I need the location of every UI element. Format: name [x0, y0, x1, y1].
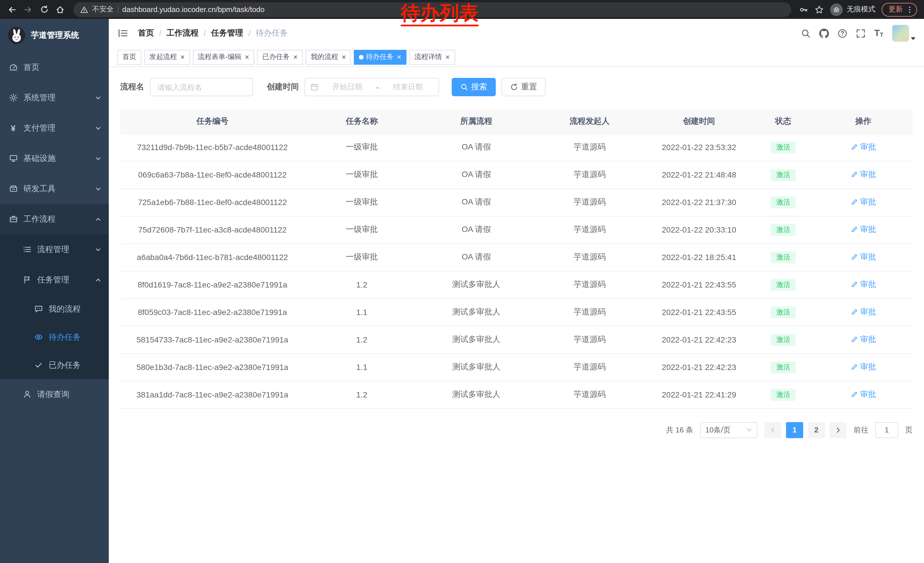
range-separator: -: [376, 83, 379, 92]
page-button-1[interactable]: 1: [786, 422, 803, 438]
sidebar-item-workflow[interactable]: 工作流程: [0, 204, 109, 234]
close-icon[interactable]: ×: [245, 53, 249, 61]
update-menu-button[interactable]: 更新: [882, 3, 917, 17]
bookmark-star-icon[interactable]: [814, 5, 824, 14]
forward-icon: [24, 5, 33, 14]
cell-task-name: 1.2: [304, 271, 419, 299]
tab-start-process[interactable]: 发起流程×: [144, 50, 190, 65]
process-name-input[interactable]: [150, 78, 253, 96]
cell-process: 测试多审批人: [419, 271, 534, 299]
refresh-button[interactable]: [37, 2, 51, 17]
tab-done-tasks[interactable]: 已办任务×: [257, 50, 303, 65]
prev-page-button[interactable]: [764, 422, 782, 438]
sidebar-item-done-tasks[interactable]: 已办任务: [0, 351, 109, 379]
page-size-select[interactable]: 10条/页: [700, 422, 758, 438]
sidebar-item-my-process[interactable]: 我的流程: [0, 295, 109, 323]
close-icon[interactable]: ×: [446, 53, 450, 61]
page-button-2[interactable]: 2: [808, 422, 825, 438]
dashboard-icon: [8, 63, 18, 72]
cell-action: 审批: [814, 353, 912, 381]
cell-process: 测试多审批人: [419, 353, 534, 381]
caret-down-icon: [911, 37, 915, 40]
reset-button[interactable]: 重置: [501, 78, 546, 96]
sidebar-item-payment[interactable]: ¥ 支付管理: [0, 113, 109, 143]
approve-link[interactable]: 审批: [850, 142, 876, 152]
approve-link[interactable]: 审批: [850, 389, 876, 400]
tab-process-detail[interactable]: 流程详情×: [410, 50, 455, 65]
breadcrumb-current: 待办任务: [256, 28, 288, 38]
close-icon[interactable]: ×: [293, 53, 297, 61]
approve-link[interactable]: 审批: [850, 307, 876, 317]
help-icon[interactable]: [837, 29, 847, 38]
table-row: 8f0d1619-7ac8-11ec-a9e2-a2380e71991a 1.2…: [120, 271, 912, 299]
tab-home[interactable]: 首页: [117, 50, 141, 65]
annotation-label: 待办列表: [401, 2, 478, 26]
sidebar-item-home[interactable]: 首页: [0, 52, 109, 83]
breadcrumb-task-mgmt[interactable]: 任务管理: [211, 28, 243, 38]
approve-link[interactable]: 审批: [850, 225, 876, 235]
sidebar-item-infrastructure[interactable]: 基础设施: [0, 143, 109, 174]
user-menu[interactable]: [892, 25, 915, 42]
close-icon[interactable]: ×: [180, 53, 184, 61]
col-task-id: 任务编号: [120, 110, 304, 134]
approve-link[interactable]: 审批: [850, 170, 876, 180]
chevron-down-icon: [95, 95, 101, 101]
url-text: dashboard.yudao.iocoder.cn/bpm/task/todo: [122, 5, 264, 14]
sidebar-item-label: 任务管理: [37, 275, 101, 285]
cell-task-id: 580e1b3d-7ac8-11ec-a9e2-a2380e71991a: [120, 353, 304, 381]
sidebar-item-system[interactable]: 系统管理: [0, 83, 109, 113]
status-badge: 激活: [771, 279, 796, 291]
edit-icon: [850, 336, 858, 343]
next-page-button[interactable]: [830, 422, 847, 438]
cell-process: OA 请假: [419, 134, 534, 161]
sidebar-item-leave-query[interactable]: 请假查询: [0, 379, 109, 410]
sidebar-item-label: 工作流程: [24, 214, 101, 224]
fullscreen-icon[interactable]: [856, 29, 866, 38]
status-badge: 激活: [771, 306, 796, 318]
pagination: 共 16 条 10条/页 1 2 前往 页: [120, 422, 912, 455]
app-logo-row[interactable]: 芋道管理系统: [0, 19, 109, 52]
tab-my-process[interactable]: 我的流程×: [306, 50, 351, 65]
hamburger-button[interactable]: [117, 27, 129, 39]
status-badge: 激活: [771, 333, 796, 346]
cell-created: 2022-01-22 21:48:48: [646, 161, 752, 188]
tab-form-edit[interactable]: 流程表单-编辑×: [193, 50, 254, 65]
page-buttons: 1 2: [764, 422, 847, 438]
sidebar-item-devtools[interactable]: 研发工具: [0, 174, 109, 204]
breadcrumb-separator: /: [204, 29, 206, 38]
breadcrumb-home[interactable]: 首页: [138, 28, 154, 38]
page-content: 流程名 创建时间 开始日期 - 结束日期 搜索 重: [109, 67, 924, 563]
font-size-icon[interactable]: TT: [874, 29, 884, 38]
cell-task-name: 一级审批: [304, 134, 419, 161]
back-icon: [8, 5, 16, 14]
tab-todo-tasks[interactable]: 待办任务×: [354, 50, 406, 65]
approve-link[interactable]: 审批: [850, 362, 876, 372]
search-button[interactable]: 搜索: [452, 78, 496, 96]
goto-page-input[interactable]: [875, 422, 898, 438]
key-icon[interactable]: [799, 5, 808, 14]
search-icon[interactable]: [801, 29, 811, 38]
approve-link[interactable]: 审批: [850, 252, 876, 262]
cell-action: 审批: [814, 216, 912, 243]
screen: 不安全 dashboard.yudao.iocoder.cn/bpm/task/…: [0, 0, 924, 563]
sidebar-item-process-mgmt[interactable]: 流程管理: [0, 234, 109, 264]
approve-link[interactable]: 审批: [850, 279, 876, 290]
edit-icon: [850, 308, 858, 316]
back-button[interactable]: [4, 2, 20, 17]
start-date-placeholder: 开始日期: [322, 82, 373, 92]
cell-action: 审批: [814, 161, 912, 188]
github-icon[interactable]: [819, 29, 829, 38]
forward-button[interactable]: [21, 2, 36, 17]
cell-task-name: 一级审批: [304, 161, 419, 188]
sidebar-item-task-mgmt[interactable]: 任务管理: [0, 264, 109, 295]
home-button[interactable]: [52, 2, 68, 17]
sidebar-item-todo-tasks[interactable]: 待办任务: [0, 323, 109, 351]
close-icon[interactable]: ×: [397, 53, 401, 61]
close-icon[interactable]: ×: [342, 53, 346, 61]
date-range-picker[interactable]: 开始日期 - 结束日期: [304, 78, 439, 96]
cell-task-id: a6aba0a4-7b6d-11ec-b781-acde48001122: [120, 243, 304, 271]
approve-link[interactable]: 审批: [850, 335, 876, 345]
navbar-actions: TT: [801, 25, 915, 42]
breadcrumb-workflow[interactable]: 工作流程: [166, 28, 199, 38]
approve-link[interactable]: 审批: [850, 197, 876, 207]
